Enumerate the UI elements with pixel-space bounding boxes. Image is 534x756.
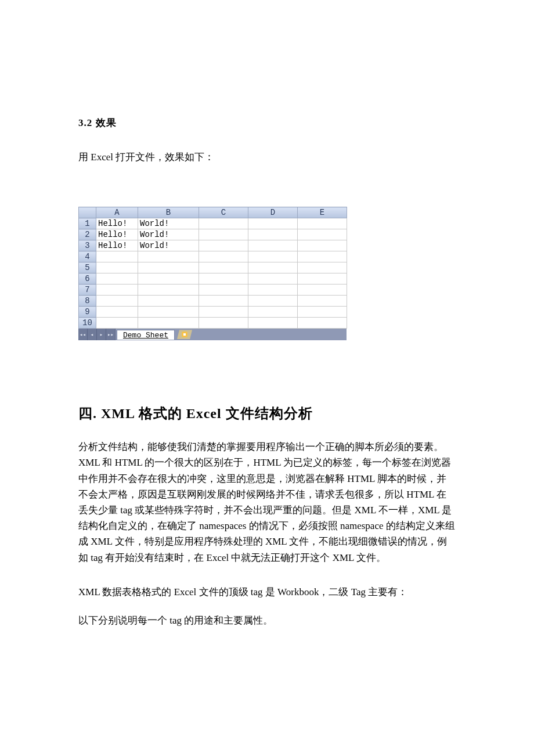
sheet-nav-first-icon[interactable]: ◂◂	[78, 329, 88, 340]
table-row: 1Hello!World!	[79, 218, 347, 229]
cell[interactable]	[96, 307, 138, 318]
sheet-nav-next-icon[interactable]: ▸	[97, 329, 106, 340]
table-row: 6	[79, 273, 347, 285]
row-header[interactable]: 10	[79, 318, 96, 329]
cell[interactable]	[96, 262, 138, 273]
table-row: 7	[79, 285, 347, 296]
cell[interactable]	[248, 285, 298, 296]
cell[interactable]	[199, 218, 248, 229]
col-header-E[interactable]: E	[298, 207, 347, 218]
cell[interactable]	[248, 251, 298, 262]
cell[interactable]: World!	[138, 218, 199, 229]
row-header[interactable]: 3	[79, 240, 96, 251]
table-row: 2Hello!World!	[79, 229, 347, 240]
cell[interactable]	[138, 262, 199, 273]
cell[interactable]	[138, 251, 199, 262]
excel-grid: A B C D E 1Hello!World!2Hello!World!3Hel…	[78, 207, 347, 329]
col-header-B[interactable]: B	[138, 207, 199, 218]
cell[interactable]	[248, 240, 298, 251]
sheet-nav-last-icon[interactable]: ▸▸	[106, 329, 116, 340]
new-sheet-icon	[182, 332, 187, 337]
cell[interactable]	[298, 273, 347, 285]
table-row: 9	[79, 307, 347, 318]
table-row: 10	[79, 318, 347, 329]
section-4-p3: 以下分别说明每一个 tag 的用途和主要属性。	[78, 613, 456, 628]
cell[interactable]: Hello!	[96, 218, 138, 229]
row-header[interactable]: 9	[79, 307, 96, 318]
cell[interactable]	[199, 240, 248, 251]
table-row: 8	[79, 296, 347, 307]
col-header-D[interactable]: D	[248, 207, 298, 218]
cell[interactable]	[248, 296, 298, 307]
sheet-tab-bar: ◂◂ ◂ ▸ ▸▸ Demo Sheet	[78, 329, 347, 340]
cell[interactable]: World!	[138, 229, 199, 240]
cell[interactable]	[298, 262, 347, 273]
row-header[interactable]: 7	[79, 285, 96, 296]
cell[interactable]	[298, 218, 347, 229]
section-4-p1: 分析文件结构，能够使我们清楚的掌握要用程序输出一个正确的脚本所必须的要素。XML…	[78, 439, 456, 566]
cell[interactable]	[96, 251, 138, 262]
new-sheet-button[interactable]	[177, 330, 192, 339]
cell[interactable]	[248, 229, 298, 240]
section-4-p2: XML 数据表格格式的 Excel 文件的顶级 tag 是 Workbook，二…	[78, 584, 456, 600]
row-header[interactable]: 6	[79, 273, 96, 285]
cell[interactable]	[96, 296, 138, 307]
row-header[interactable]: 5	[79, 262, 96, 273]
row-header[interactable]: 2	[79, 229, 96, 240]
select-all-corner[interactable]	[79, 207, 96, 218]
sheet-nav-buttons: ◂◂ ◂ ▸ ▸▸	[78, 329, 116, 340]
section-4-heading: 四. XML 格式的 Excel 文件结构分析	[78, 404, 456, 423]
cell[interactable]	[96, 285, 138, 296]
cell[interactable]	[248, 218, 298, 229]
cell[interactable]	[298, 251, 347, 262]
cell[interactable]	[138, 307, 199, 318]
row-header[interactable]: 1	[79, 218, 96, 229]
cell[interactable]	[199, 251, 248, 262]
cell[interactable]	[96, 273, 138, 285]
cell[interactable]	[138, 285, 199, 296]
col-header-C[interactable]: C	[199, 207, 248, 218]
cell[interactable]	[248, 307, 298, 318]
cell[interactable]	[199, 273, 248, 285]
cell[interactable]	[298, 285, 347, 296]
table-row: 3Hello!World!	[79, 240, 347, 251]
cell[interactable]: Hello!	[96, 229, 138, 240]
table-row: 4	[79, 251, 347, 262]
cell[interactable]: Hello!	[96, 240, 138, 251]
sheet-tab-active[interactable]: Demo Sheet	[117, 330, 175, 340]
row-header[interactable]: 4	[79, 251, 96, 262]
cell[interactable]	[298, 318, 347, 329]
cell[interactable]: World!	[138, 240, 199, 251]
cell[interactable]	[138, 296, 199, 307]
cell[interactable]	[248, 318, 298, 329]
cell[interactable]	[96, 318, 138, 329]
sheet-nav-prev-icon[interactable]: ◂	[88, 329, 97, 340]
cell[interactable]	[199, 285, 248, 296]
cell[interactable]	[138, 318, 199, 329]
cell[interactable]	[199, 296, 248, 307]
excel-screenshot: A B C D E 1Hello!World!2Hello!World!3Hel…	[78, 207, 347, 340]
section-3.2-heading: 3.2 效果	[78, 116, 456, 129]
cell[interactable]	[298, 307, 347, 318]
cell[interactable]	[138, 273, 199, 285]
document-page: 3.2 效果 用 Excel 打开文件，效果如下： A B C D E 1Hel…	[0, 0, 534, 628]
row-header[interactable]: 8	[79, 296, 96, 307]
section-3.2-intro: 用 Excel 打开文件，效果如下：	[78, 149, 456, 165]
cell[interactable]	[248, 273, 298, 285]
col-header-A[interactable]: A	[96, 207, 138, 218]
cell[interactable]	[298, 240, 347, 251]
cell[interactable]	[199, 229, 248, 240]
cell[interactable]	[199, 307, 248, 318]
table-row: 5	[79, 262, 347, 273]
cell[interactable]	[199, 262, 248, 273]
cell[interactable]	[298, 296, 347, 307]
cell[interactable]	[199, 318, 248, 329]
cell[interactable]	[248, 262, 298, 273]
cell[interactable]	[298, 229, 347, 240]
